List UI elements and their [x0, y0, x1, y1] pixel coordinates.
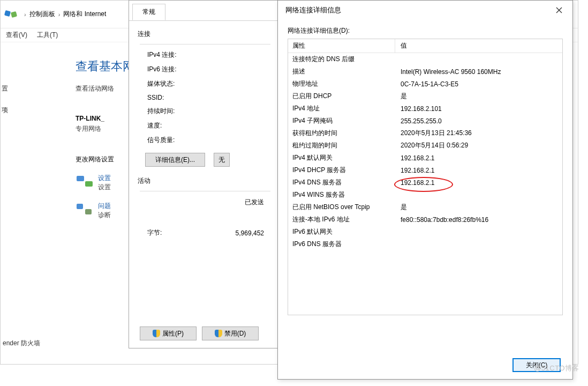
table-row[interactable]: 租约过期的时间2020年5月14日 0:56:29 [288, 139, 562, 152]
property-label: IPv4 默认网关 [288, 153, 395, 162]
list-label: 网络连接详细信息(D): [288, 26, 563, 35]
divider [140, 191, 270, 191]
details-button[interactable]: 详细信息(E)... [145, 153, 205, 167]
task-link[interactable]: 问题 [98, 202, 111, 210]
property-value: 2020年5月14日 0:56:29 [395, 141, 562, 150]
bytes-label: 字节: [147, 228, 185, 237]
breadcrumb-item[interactable]: 控制面板 [29, 10, 55, 19]
property-value: 是 [395, 203, 562, 212]
breadcrumb-sep: › [24, 11, 26, 18]
divider [140, 44, 270, 44]
property-label: 物理地址 [288, 79, 395, 88]
label: 媒体状态: [140, 79, 225, 88]
task-link[interactable]: 设置 [98, 174, 111, 182]
property-label: IPv4 地址 [288, 104, 395, 113]
breadcrumb-sep: › [58, 11, 61, 18]
dialog-body: 连接 IPv4 连接: IPv6 连接: 媒体状态: SSID: 持续时间: 速… [129, 21, 279, 322]
property-label: 已启用 DHCP [288, 92, 395, 101]
row-duration: 持续时间: [140, 104, 270, 118]
property-label: 连接-本地 IPv6 地址 [288, 215, 395, 224]
table-row[interactable]: IPv4 DNS 服务器192.168.2.1 [288, 176, 562, 189]
table-row[interactable]: 物理地址0C-7A-15-1A-C3-E5 [288, 78, 562, 90]
row-ipv4-connectivity: IPv4 连接: [140, 48, 270, 62]
property-label: IPv6 DNS 服务器 [288, 240, 395, 249]
table-row[interactable]: 已启用 DHCP是 [288, 90, 562, 102]
label: 速度: [140, 121, 225, 130]
table-row[interactable]: IPv4 子网掩码255.255.255.0 [288, 115, 562, 127]
tab-general[interactable]: 常规 [132, 4, 165, 20]
troubleshoot-icon [76, 202, 94, 216]
list-header: 属性 值 [288, 39, 562, 53]
label: 持续时间: [140, 107, 225, 116]
row-signal: 信号质量: [140, 133, 270, 147]
property-value: Intel(R) Wireless-AC 9560 160MHz [395, 68, 562, 76]
property-label: IPv6 默认网关 [288, 227, 395, 236]
property-value: 192.168.2.1 [395, 154, 562, 162]
menu-tools[interactable]: 工具(T) [37, 31, 58, 40]
property-label: IPv4 DHCP 服务器 [288, 166, 395, 175]
row-media-state: 媒体状态: [140, 77, 270, 91]
tab-strip: 常规 [129, 1, 279, 21]
activity-header: 已发送 [140, 195, 270, 210]
bytes-sent-value: 5,969,452 [185, 229, 268, 237]
disable-button[interactable]: 禁用(D) [202, 326, 259, 340]
property-label: IPv4 DNS 服务器 [288, 178, 395, 187]
property-value: 0C-7A-15-1A-C3-E5 [395, 80, 562, 88]
close-dialog-button[interactable]: 关闭(C) [512, 358, 561, 372]
table-row[interactable]: 连接特定的 DNS 后缀 [288, 53, 562, 65]
table-row[interactable]: IPv4 默认网关192.168.2.1 [288, 152, 562, 164]
network-details-dialog: 网络连接详细信息 网络连接详细信息(D): 属性 值 连接特定的 DNS 后缀描… [277, 0, 573, 380]
table-row[interactable]: 获得租约的时间2020年5月13日 21:45:36 [288, 127, 562, 139]
table-row[interactable]: IPv4 WINS 服务器 [288, 189, 562, 201]
table-row[interactable]: IPv6 默认网关 [288, 226, 562, 238]
close-icon [556, 7, 562, 13]
group-connection: 连接 [138, 29, 270, 39]
wlan-status-dialog: 常规 连接 IPv4 连接: IPv6 连接: 媒体状态: SSID: 持续时间… [129, 0, 280, 348]
property-value: 2020年5月13日 21:45:36 [395, 129, 562, 138]
row-speed: 速度: [140, 118, 270, 133]
related-link-firewall[interactable]: ender 防火墙 [3, 339, 40, 348]
network-center-icon [4, 9, 18, 20]
details-list[interactable]: 属性 值 连接特定的 DNS 后缀描述Intel(R) Wireless-AC … [288, 39, 563, 315]
label: IPv4 连接: [140, 50, 225, 60]
table-row[interactable]: 连接-本地 IPv6 地址fe80::580a:7bdb:edf8:26fb%1… [288, 213, 562, 226]
table-row[interactable]: 描述Intel(R) Wireless-AC 9560 160MHz [288, 65, 562, 78]
sent-label: 已发送 [185, 198, 268, 207]
activity-bytes-row: 字节: 5,969,452 [140, 225, 270, 241]
dialog-body: 网络连接详细信息(D): 属性 值 连接特定的 DNS 后缀描述Intel(R)… [278, 20, 572, 351]
title-bar: 网络连接详细信息 [278, 1, 572, 20]
table-row[interactable]: IPv4 DHCP 服务器192.168.2.1 [288, 164, 562, 176]
property-value: 192.168.2.1 [395, 179, 562, 187]
breadcrumb-item[interactable]: 网络和 Internet [63, 10, 106, 19]
property-label: IPv4 WINS 服务器 [288, 190, 395, 199]
label: SSID: [140, 94, 225, 101]
property-value: 192.168.2.1 [395, 167, 562, 174]
label: 信号质量: [140, 136, 225, 145]
property-value: 255.255.255.0 [395, 117, 562, 125]
property-label: 已启用 NetBIOS over Tcpip [288, 203, 395, 212]
dialog-title: 网络连接详细信息 [285, 6, 550, 15]
button-label: 属性(P) [162, 329, 184, 338]
table-row[interactable]: 已启用 NetBIOS over Tcpip是 [288, 201, 562, 213]
property-value: 是 [395, 92, 562, 101]
close-button[interactable] [550, 3, 568, 18]
column-value[interactable]: 值 [395, 39, 562, 53]
row-ssid: SSID: [140, 91, 270, 104]
table-row[interactable]: IPv6 DNS 服务器 [288, 238, 562, 250]
uac-shield-icon [215, 330, 222, 337]
group-activity: 活动 [138, 176, 270, 185]
task-description: 诊断 [98, 211, 111, 219]
properties-button[interactable]: 属性(P) [140, 326, 197, 340]
menu-view[interactable]: 查看(V) [6, 31, 27, 40]
wireless-properties-button[interactable]: 无 [214, 153, 230, 167]
property-value: 192.168.2.101 [395, 105, 562, 113]
property-label: 租约过期的时间 [288, 141, 395, 150]
property-label: 描述 [288, 67, 395, 76]
column-property[interactable]: 属性 [288, 39, 395, 53]
property-label: 获得租约的时间 [288, 129, 395, 138]
table-row[interactable]: IPv4 地址192.168.2.101 [288, 102, 562, 115]
task-description: 设置 [98, 183, 111, 191]
property-label: 连接特定的 DNS 后缀 [288, 55, 395, 64]
button-label: 禁用(D) [224, 329, 246, 338]
property-label: IPv4 子网掩码 [288, 116, 395, 125]
